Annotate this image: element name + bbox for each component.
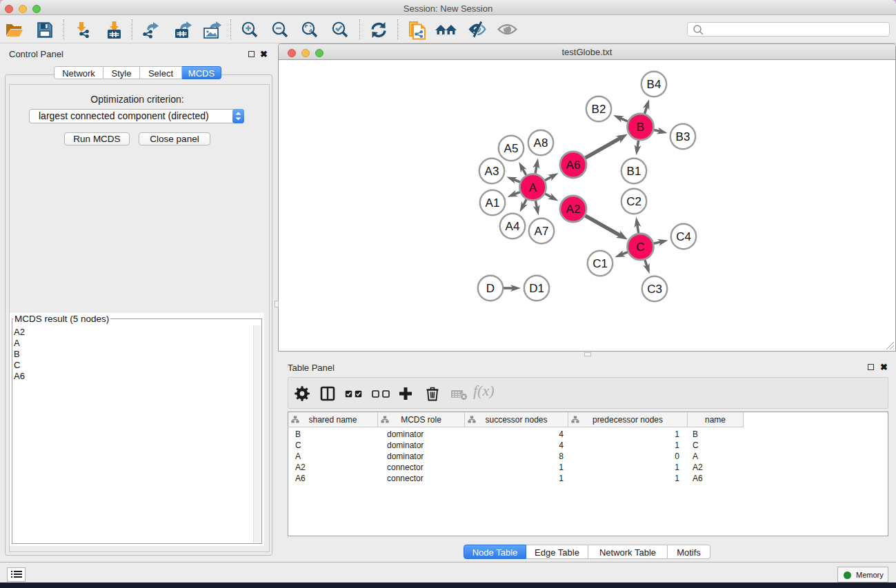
svg-text:D: D [486, 282, 495, 295]
svg-text:A1: A1 [486, 196, 500, 210]
svg-text:A5: A5 [504, 142, 519, 155]
svg-text:A3: A3 [485, 165, 499, 178]
svg-text:C2: C2 [626, 195, 641, 208]
svg-text:A: A [529, 181, 537, 194]
svg-text:B4: B4 [647, 78, 661, 91]
svg-text:A8: A8 [534, 136, 548, 150]
svg-text:C: C [636, 241, 644, 254]
svg-text:B2: B2 [592, 103, 606, 116]
svg-text:A4: A4 [506, 220, 520, 233]
svg-text:B: B [637, 121, 644, 134]
svg-text:C4: C4 [676, 230, 691, 243]
svg-text:D1: D1 [529, 282, 544, 295]
svg-text:B1: B1 [627, 165, 641, 178]
svg-text:A2: A2 [566, 203, 581, 216]
svg-text:A7: A7 [535, 225, 549, 238]
svg-text:C3: C3 [647, 283, 662, 296]
svg-text:A6: A6 [566, 159, 581, 172]
svg-text:C1: C1 [593, 257, 608, 270]
svg-text:B3: B3 [676, 130, 690, 143]
